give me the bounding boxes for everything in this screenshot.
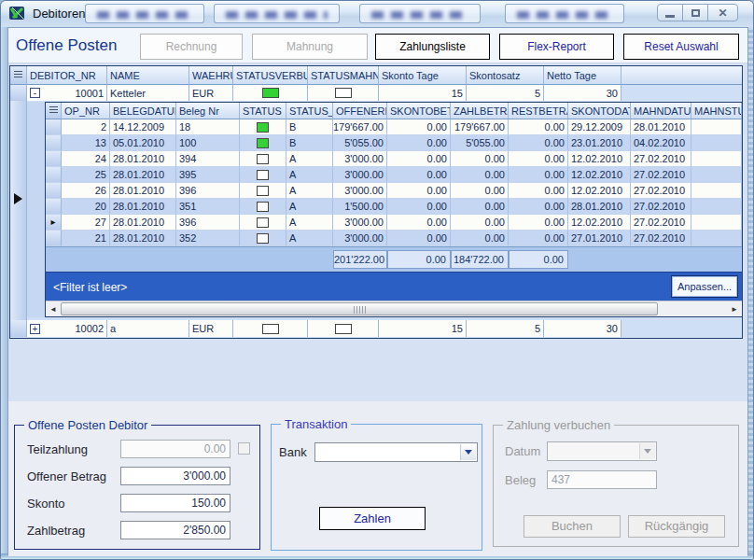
checkbox-unchecked[interactable] bbox=[257, 186, 269, 196]
master-column-header[interactable]: NAME bbox=[107, 66, 189, 85]
buchen-button[interactable]: Buchen bbox=[524, 515, 621, 538]
zahlen-button[interactable]: Zahlen bbox=[319, 507, 426, 530]
chevron-down-icon bbox=[465, 450, 472, 455]
detail-column-header[interactable]: SKONTOBET bbox=[387, 103, 451, 119]
teilzahlung-checkbox[interactable] bbox=[238, 442, 250, 455]
cell-mahndatum: 28.01.2010 bbox=[631, 119, 691, 135]
flex-report-button[interactable]: Flex-Report bbox=[499, 34, 614, 60]
grid-menu-icon bbox=[49, 106, 58, 115]
scroll-right-icon[interactable]: ► bbox=[727, 301, 742, 316]
zahlbetrag-field[interactable]: 2'850.00 bbox=[120, 521, 230, 539]
column-chooser-icon[interactable] bbox=[46, 103, 62, 119]
cell-beleg-nr: 352 bbox=[176, 231, 240, 246]
master-row[interactable]: -10001KettelerEUR15530 bbox=[10, 85, 742, 101]
groupbox-title: Transaktion bbox=[281, 417, 351, 431]
cell-mahnstufe bbox=[691, 151, 742, 167]
detail-column-header[interactable]: BELEGDATUM bbox=[110, 103, 176, 119]
master-column-header[interactable]: STATUSVERBUCI bbox=[233, 66, 308, 85]
scrollbar-thumb[interactable] bbox=[61, 302, 658, 315]
checkbox-checked[interactable] bbox=[257, 138, 269, 148]
master-column-header[interactable]: WAEHRU bbox=[189, 66, 233, 85]
checkbox-checked[interactable] bbox=[262, 88, 279, 98]
checkbox-unchecked[interactable] bbox=[257, 170, 269, 180]
horizontal-scrollbar[interactable]: ◄ ► bbox=[46, 301, 742, 316]
cell-status-checked bbox=[240, 183, 286, 199]
master-column-header[interactable]: DEBITOR_NR bbox=[27, 66, 107, 85]
mahnung-button[interactable]: Mahnung bbox=[252, 34, 368, 60]
checkbox-unchecked[interactable] bbox=[262, 324, 279, 334]
cell-statusverbucht bbox=[233, 320, 308, 337]
cell-mahndatum: 27.02.2010 bbox=[631, 231, 691, 246]
checkbox-unchecked[interactable] bbox=[335, 324, 352, 334]
cell-netto-tage: 30 bbox=[544, 85, 621, 101]
window-controls: ✕ bbox=[658, 4, 738, 21]
master-column-header[interactable]: Skontosatz bbox=[467, 66, 544, 85]
grid-menu-icon bbox=[14, 71, 22, 79]
checkbox-checked[interactable] bbox=[257, 122, 269, 133]
minimize-icon bbox=[665, 15, 675, 18]
detail-column-header[interactable]: STATUS_ bbox=[286, 103, 333, 119]
checkbox-unchecked[interactable] bbox=[257, 154, 269, 164]
detail-row[interactable]: 214.12.200918B179'667.000.00179'667.000.… bbox=[46, 119, 742, 135]
detail-row[interactable]: 2528.01.2010395A3'000.000.000.000.0012.0… bbox=[46, 167, 742, 183]
dropdown-button[interactable] bbox=[639, 443, 655, 459]
detail-column-header[interactable]: STATUS bbox=[240, 103, 286, 119]
scroll-left-icon[interactable]: ◄ bbox=[46, 301, 61, 316]
cell-beleg-nr: 18 bbox=[176, 119, 240, 135]
detail-column-header[interactable]: SKONTODAT bbox=[568, 103, 631, 119]
detail-row[interactable]: 1305.01.2010100B5'055.000.005'055.000.00… bbox=[46, 135, 742, 151]
collapse-button[interactable]: - bbox=[30, 88, 40, 98]
row-indicator-cell bbox=[46, 135, 62, 151]
column-chooser-icon[interactable] bbox=[10, 66, 27, 85]
cell-statusmahnen bbox=[308, 320, 379, 337]
offener-betrag-field[interactable]: 3'000.00 bbox=[120, 467, 230, 485]
master-row[interactable]: +10002aEUR15530 bbox=[10, 320, 742, 337]
detail-column-header[interactable]: Beleg Nr bbox=[176, 103, 240, 119]
detail-column-header[interactable]: OP_NR bbox=[62, 103, 110, 119]
teilzahlung-field[interactable]: 0.00 bbox=[120, 440, 230, 458]
detail-row[interactable]: 2028.01.2010351A1'500.000.000.000.0028.0… bbox=[46, 199, 742, 215]
close-button[interactable]: ✕ bbox=[707, 4, 738, 21]
master-column-header[interactable]: Netto Tage bbox=[544, 66, 621, 85]
checkbox-unchecked[interactable] bbox=[257, 202, 269, 212]
cell-debitor-nr: +10002 bbox=[27, 320, 107, 337]
page-title: Offene Posten bbox=[16, 36, 117, 55]
rueckgaengig-button[interactable]: Rückgängig bbox=[628, 515, 725, 538]
detail-column-header[interactable]: ZAHLBETRA bbox=[451, 103, 509, 119]
maximize-button[interactable] bbox=[682, 4, 708, 21]
cell-status-checked bbox=[240, 231, 286, 246]
anpassen-button[interactable]: Anpassen... bbox=[671, 275, 738, 298]
cell-op-nr: 21 bbox=[62, 231, 110, 246]
detail-row[interactable]: 2128.01.2010352A3'000.000.000.000.0027.0… bbox=[46, 231, 742, 246]
zahlungsliste-button[interactable]: Zahlungsliste bbox=[375, 34, 490, 60]
detail-column-header[interactable]: MAHNSTU bbox=[691, 103, 742, 119]
checkbox-unchecked[interactable] bbox=[257, 217, 269, 228]
beleg-field[interactable]: 437 bbox=[547, 470, 657, 489]
dropdown-button[interactable] bbox=[460, 444, 476, 460]
detail-column-header[interactable]: RESTBETRA bbox=[509, 103, 568, 119]
datum-combobox[interactable] bbox=[547, 441, 657, 461]
detail-column-header[interactable]: OFFENERBE bbox=[333, 103, 387, 119]
detail-row[interactable]: ▸2728.01.2010396A3'000.000.000.000.0012.… bbox=[46, 215, 742, 231]
detail-column-header[interactable]: MAHNDATU bbox=[631, 103, 691, 119]
detail-row[interactable]: 2628.01.2010396A3'000.000.000.000.0012.0… bbox=[46, 183, 742, 199]
checkbox-unchecked[interactable] bbox=[335, 88, 352, 98]
cell-belegdatum: 28.01.2010 bbox=[110, 167, 176, 183]
cell-status2: A bbox=[286, 183, 333, 199]
expand-button[interactable]: + bbox=[30, 324, 40, 334]
cell-debitor-nr: -10001 bbox=[27, 85, 107, 101]
rechnung-button[interactable]: Rechnung bbox=[140, 34, 243, 60]
cell-mahnstufe bbox=[691, 231, 742, 246]
ghost-window-button bbox=[214, 4, 340, 23]
detail-row[interactable]: 2428.01.2010394A3'000.000.000.000.0012.0… bbox=[46, 151, 742, 167]
reset-auswahl-button[interactable]: Reset Auswahl bbox=[623, 34, 739, 60]
zahlbetrag-label: Zahlbetrag bbox=[27, 524, 85, 538]
cell-zahlbetrag: 179'667.00 bbox=[451, 119, 509, 135]
minimize-button[interactable] bbox=[657, 4, 683, 21]
checkbox-unchecked[interactable] bbox=[257, 233, 269, 244]
skonto-field[interactable]: 150.00 bbox=[120, 494, 230, 512]
bank-combobox[interactable] bbox=[314, 442, 478, 462]
cell-statusverbucht bbox=[233, 85, 308, 101]
master-column-header[interactable]: STATUSMAHNEN bbox=[308, 66, 379, 85]
master-column-header[interactable]: Skonto Tage bbox=[379, 66, 467, 85]
